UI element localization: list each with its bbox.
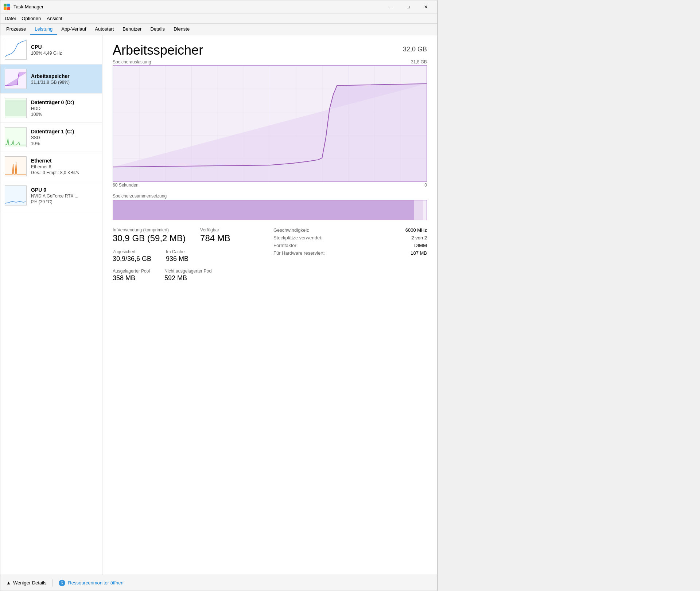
disk1-sub1: SSD: [31, 135, 98, 140]
svg-text:R: R: [61, 581, 63, 585]
sidebar-item-memory[interactable]: Arbeitsspeicher 31,1/31,8 GB (98%): [0, 64, 102, 94]
cache-value: 936 MB: [166, 255, 188, 263]
form-value: DIMM: [414, 243, 427, 248]
task-manager-window: Task-Manager — □ ✕ Datei Optionen Ansich…: [0, 0, 438, 591]
main-header: Arbeitsspeicher 32,0 GB: [113, 43, 427, 58]
less-details-button[interactable]: ▲ Weniger Details: [6, 580, 46, 586]
committed-value: 30,9/36,6 GB: [113, 255, 151, 263]
gpu-sub1: NVIDIA GeForce RTX ...: [31, 193, 98, 199]
ethernet-sub1: Ethernet 6: [31, 164, 98, 169]
disk1-thumbnail: [5, 127, 27, 147]
tab-app-verlauf[interactable]: App-Verlauf: [57, 24, 90, 35]
stats-left: In Verwendung (komprimiert) 30,9 GB (59,…: [113, 227, 266, 288]
svg-rect-5: [5, 69, 26, 89]
minimize-button[interactable]: —: [382, 1, 399, 12]
sidebar-item-gpu[interactable]: GPU 0 NVIDIA GeForce RTX ... 0% (39 °C): [0, 181, 102, 210]
composition-section: Speicherzusammensetzung: [113, 193, 427, 220]
menu-optionen[interactable]: Optionen: [19, 15, 44, 22]
disk1-sub2: 10%: [31, 141, 98, 146]
info-hw-reserved: Für Hardware reserviert: 187 MB: [273, 250, 427, 256]
disk1-label: Datenträger 1 (C:): [31, 129, 98, 134]
speed-value: 6000 MHz: [405, 227, 427, 233]
speed-label: Geschwindigkeit:: [273, 227, 309, 233]
tab-details[interactable]: Details: [146, 24, 169, 35]
in-use-label: In Verwendung (komprimiert): [113, 227, 186, 232]
sidebar-item-cpu[interactable]: CPU 100% 4,49 GHz: [0, 35, 102, 64]
stat-nonpaged-pool: Nicht ausgelagerter Pool 592 MB: [164, 269, 212, 282]
less-details-label: Weniger Details: [13, 580, 47, 586]
tab-bar: Prozesse Leistung App-Verlauf Autostart …: [0, 24, 437, 35]
stat-row-committed-cache: Zugesichert 30,9/36,6 GB Im Cache 936 MB: [113, 249, 266, 269]
main-panel: Arbeitsspeicher 32,0 GB Speicherauslastu…: [102, 35, 437, 575]
svg-rect-8: [5, 100, 26, 116]
info-speed: Geschwindigkeit: 6000 MHz: [273, 227, 427, 233]
available-value: 784 MB: [200, 233, 230, 243]
ethernet-label: Ethernet: [31, 158, 98, 164]
stats-right: Geschwindigkeit: 6000 MHz Steckplätze ve…: [273, 227, 427, 288]
info-slots: Steckplätze verwendet: 2 von 2: [273, 235, 427, 240]
cpu-info: CPU 100% 4,49 GHz: [31, 44, 98, 56]
resource-monitor-area: R Ressourcenmonitor öffnen: [58, 579, 123, 587]
stat-in-use: In Verwendung (komprimiert) 30,9 GB (59,…: [113, 227, 186, 243]
tab-autostart[interactable]: Autostart: [90, 24, 118, 35]
gpu-info: GPU 0 NVIDIA GeForce RTX ... 0% (39 °C): [31, 187, 98, 204]
stat-committed: Zugesichert 30,9/36,6 GB: [113, 249, 151, 263]
svg-rect-4: [5, 40, 26, 59]
content-area: CPU 100% 4,49 GHz Arbeitsspeicher 31,1/3…: [0, 35, 437, 575]
window-controls: — □ ✕: [382, 1, 434, 12]
tab-leistung[interactable]: Leistung: [30, 24, 57, 35]
bottom-bar: ▲ Weniger Details R Ressourcenmonitor öf…: [0, 575, 437, 591]
cpu-sub1: 100% 4,49 GHz: [31, 51, 98, 56]
memory-sub1: 31,1/31,8 GB (98%): [31, 80, 98, 85]
menu-ansicht[interactable]: Ansicht: [44, 15, 65, 22]
maximize-button[interactable]: □: [400, 1, 417, 12]
available-label: Verfügbar: [200, 227, 230, 232]
svg-rect-1: [7, 4, 10, 7]
tab-prozesse[interactable]: Prozesse: [2, 24, 30, 35]
nonpaged-pool-label: Nicht ausgelagerter Pool: [164, 269, 212, 274]
paged-pool-value: 358 MB: [113, 274, 150, 282]
hw-reserved-value: 187 MB: [411, 250, 427, 256]
hw-reserved-label: Für Hardware reserviert:: [273, 250, 325, 256]
memory-usage-chart-section: Speicherauslastung 31,8 GB: [113, 59, 427, 188]
memory-info: Arbeitsspeicher 31,1/31,8 GB (98%): [31, 73, 98, 85]
close-button[interactable]: ✕: [417, 1, 434, 12]
gpu-mini-chart: [5, 186, 26, 205]
svg-rect-0: [4, 4, 7, 7]
cpu-label: CPU: [31, 44, 98, 50]
disk0-info: Datenträger 0 (D:) HDD 100%: [31, 99, 98, 117]
stat-row-usage-available: In Verwendung (komprimiert) 30,9 GB (59,…: [113, 227, 266, 249]
form-label: Formfaktor:: [273, 243, 298, 248]
disk1-mini-chart: [5, 128, 26, 147]
chart-time-end: 0: [424, 183, 427, 188]
stat-row-pools: Ausgelagerter Pool 358 MB Nicht ausgelag…: [113, 269, 266, 288]
main-total: 32,0 GB: [403, 46, 427, 53]
disk0-label: Datenträger 0 (D:): [31, 99, 98, 105]
menu-datei[interactable]: Datei: [2, 15, 19, 22]
window-title: Task-Manager: [13, 4, 43, 9]
resource-monitor-link[interactable]: Ressourcenmonitor öffnen: [68, 580, 123, 586]
sidebar-item-disk1[interactable]: Datenträger 1 (C:) SSD 10%: [0, 123, 102, 152]
tab-benutzer[interactable]: Benutzer: [118, 24, 146, 35]
memory-chart-svg: [113, 66, 427, 181]
in-use-value: 30,9 GB (59,2 MB): [113, 233, 186, 243]
app-icon: [3, 3, 11, 11]
sidebar-item-ethernet[interactable]: Ethernet Ethernet 6 Ges.: 0 Empf.: 8,0 K…: [0, 152, 102, 181]
composition-bar: [113, 200, 427, 220]
paged-pool-label: Ausgelagerter Pool: [113, 269, 150, 274]
ethernet-mini-chart: [5, 157, 26, 176]
svg-rect-9: [5, 128, 26, 147]
cache-label: Im Cache: [166, 249, 188, 254]
composition-cache: [414, 200, 424, 220]
bottom-divider: [52, 579, 52, 587]
nonpaged-pool-value: 592 MB: [164, 274, 212, 282]
cpu-mini-chart: [5, 40, 26, 59]
mem-thumbnail: [5, 69, 27, 89]
resource-monitor-icon: R: [58, 579, 66, 587]
tab-dienste[interactable]: Dienste: [169, 24, 194, 35]
title-bar-left: Task-Manager: [3, 3, 43, 11]
gpu-label: GPU 0: [31, 187, 98, 193]
stat-cache: Im Cache 936 MB: [166, 249, 188, 263]
chart-max-label: 31,8 GB: [411, 59, 427, 64]
sidebar-item-disk0[interactable]: Datenträger 0 (D:) HDD 100%: [0, 94, 102, 123]
